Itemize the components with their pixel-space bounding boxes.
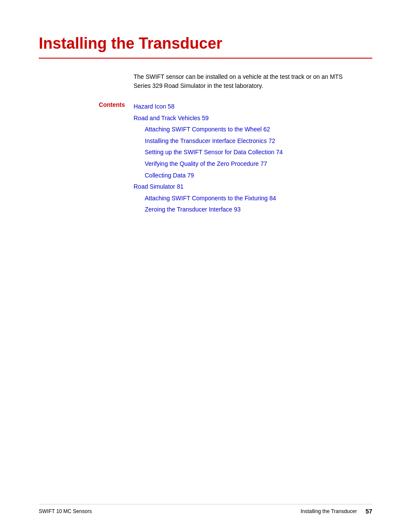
title-divider <box>39 58 372 59</box>
toc-item-4[interactable]: Installing the Transducer Interface Elec… <box>134 135 372 147</box>
intro-paragraph: The SWIFT sensor can be installed on a v… <box>134 72 345 90</box>
toc-item-6[interactable]: Verifying the Quality of the Zero Proced… <box>134 158 372 170</box>
footer-left-text: SWIFT 10 MC Sensors <box>39 508 92 514</box>
toc-item-2[interactable]: Road and Track Vehicles 59 <box>134 112 372 124</box>
toc-item-10[interactable]: Zeroing the Transducer Interface 93 <box>134 204 372 215</box>
toc-item-8[interactable]: Road Simulator 81 <box>134 181 372 193</box>
footer-page-number: 57 <box>365 508 372 515</box>
contents-label: Contents <box>39 101 134 215</box>
toc-item-5[interactable]: Setting up the SWIFT Sensor for Data Col… <box>134 146 372 158</box>
page-title: Installing the Transducer <box>39 34 372 53</box>
footer-right: Installing the Transducer 57 <box>301 508 372 515</box>
toc-item-7[interactable]: Collecting Data 79 <box>134 170 372 181</box>
footer-right-label: Installing the Transducer <box>301 508 357 514</box>
toc-item-1[interactable]: Hazard Icon 58 <box>134 101 372 112</box>
toc-list: Hazard Icon 58Road and Track Vehicles 59… <box>134 101 372 215</box>
toc-item-3[interactable]: Attaching SWIFT Components to the Wheel … <box>134 124 372 135</box>
page-footer: SWIFT 10 MC Sensors Installing the Trans… <box>39 504 372 515</box>
toc-item-9[interactable]: Attaching SWIFT Components to the Fixtur… <box>134 193 372 204</box>
contents-section: Contents Hazard Icon 58Road and Track Ve… <box>39 101 372 215</box>
page: Installing the Transducer The SWIFT sens… <box>0 0 411 532</box>
